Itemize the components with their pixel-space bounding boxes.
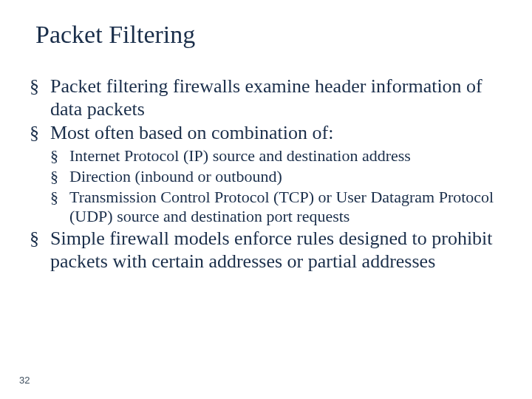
bullet-text: Most often based on combination of: <box>50 122 333 143</box>
bullet-item: Most often based on combination of: Inte… <box>30 122 502 225</box>
page-number: 32 <box>19 375 30 386</box>
bullet-text: Packet filtering firewalls examine heade… <box>50 75 482 120</box>
sub-bullet-item: Internet Protocol (IP) source and destin… <box>50 146 502 166</box>
bullet-item: Simple firewall models enforce rules des… <box>30 228 502 273</box>
sub-bullet-text: Direction (inbound or outbound) <box>69 167 282 185</box>
bullet-text: Simple firewall models enforce rules des… <box>50 228 493 272</box>
sub-bullet-item: Direction (inbound or outbound) <box>50 167 502 186</box>
bullet-list-level2: Internet Protocol (IP) source and destin… <box>50 146 502 226</box>
slide-title: Packet Filtering <box>35 21 502 49</box>
bullet-list-level1: Packet filtering firewalls examine heade… <box>30 75 502 273</box>
bullet-item: Packet filtering firewalls examine heade… <box>30 75 502 120</box>
slide: Packet Filtering Packet filtering firewa… <box>0 0 532 399</box>
sub-bullet-text: Internet Protocol (IP) source and destin… <box>69 146 411 165</box>
sub-bullet-text: Transmission Control Protocol (TCP) or U… <box>69 188 494 225</box>
sub-bullet-item: Transmission Control Protocol (TCP) or U… <box>50 188 502 226</box>
